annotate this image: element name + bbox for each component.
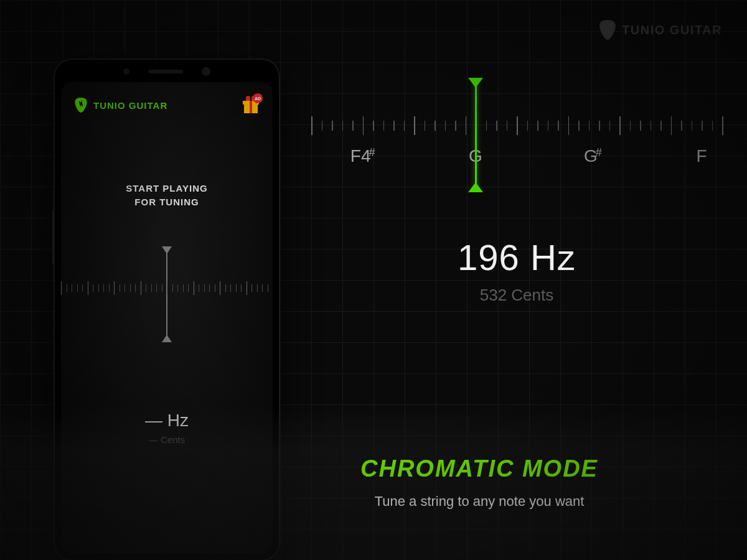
app-brand: TUNIO GUITAR [75,98,167,113]
brand-watermark: TUNIO GUITAR [599,20,722,40]
main-tuner-needle [475,79,477,188]
phone-tuner-scale [61,243,273,348]
main-tuner: F4#GG#F [311,78,722,221]
mode-banner: CHROMATIC MODE Tune a string to any note… [0,404,747,560]
main-hz-value: 196 Hz [311,236,722,278]
app-name: TUNIO GUITAR [93,100,167,111]
pick-icon [599,20,616,40]
tuning-prompt: START PLAYING FOR TUNING [61,182,273,209]
note-label: F4# [350,146,371,166]
phone-sensors [55,67,279,76]
pick-icon [75,98,87,113]
main-cents-value: 532 Cents [311,286,722,305]
needle-top-arrow-icon [468,78,483,88]
main-tuner-scale [311,116,722,141]
gift-button[interactable]: AD [243,97,259,113]
note-label: G# [584,146,598,166]
needle-bottom-arrow-icon [162,335,172,342]
mode-subtitle: Tune a string to any note you want [375,493,585,510]
needle-bottom-arrow-icon [468,182,483,192]
mode-title: CHROMATIC MODE [360,455,598,482]
app-header: TUNIO GUITAR AD [61,82,273,113]
ad-badge: AD [253,93,263,103]
brand-name: TUNIO GUITAR [622,23,722,37]
main-readout: 196 Hz 532 Cents [311,236,722,305]
note-label: F [696,146,707,166]
